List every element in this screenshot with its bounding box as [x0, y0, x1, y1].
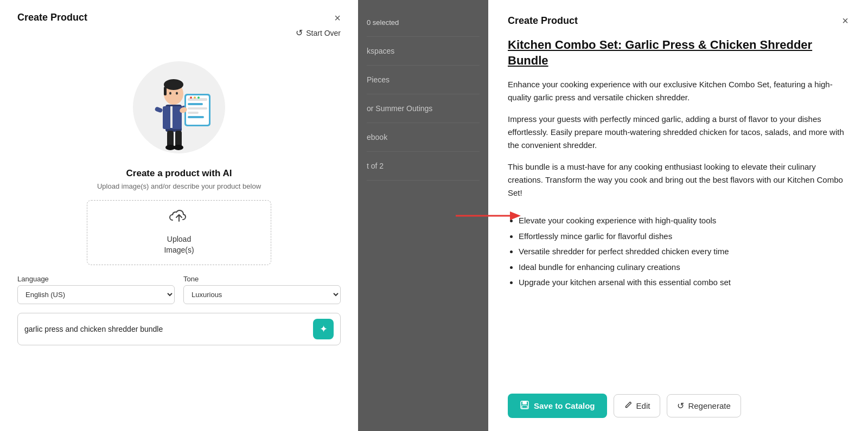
center-item-3[interactable]: or Summer Outings	[367, 94, 480, 123]
center-item-4[interactable]: ebook	[367, 123, 480, 152]
svg-point-25	[197, 97, 200, 99]
selects-row: Language English (US) Spanish French Ger…	[17, 275, 341, 304]
tone-group: Tone Luxurious Professional Casual Frien…	[183, 275, 341, 304]
svg-rect-4	[170, 106, 173, 128]
tone-select[interactable]: Luxurious Professional Casual Friendly	[183, 285, 341, 304]
bullet-5: Upgrade your kitchen arsenal with this e…	[519, 276, 848, 289]
product-description-input[interactable]	[24, 325, 309, 333]
magic-icon: ✦	[320, 323, 328, 335]
svg-rect-30	[522, 401, 527, 404]
svg-rect-10	[167, 131, 174, 147]
bullet-4: Ideal bundle for enhancing culinary crea…	[519, 261, 848, 274]
product-bullets-list: Elevate your cooking experience with hig…	[519, 215, 848, 289]
svg-rect-2	[163, 106, 170, 129]
bullet-1: Elevate your cooking experience with hig…	[519, 215, 848, 227]
regen-icon: ↺	[677, 401, 684, 411]
svg-rect-22	[188, 116, 204, 118]
tone-label: Tone	[183, 275, 341, 283]
left-close-button[interactable]: ×	[334, 12, 341, 23]
center-panel: 0 selected kspaces Pieces or Summer Outi…	[358, 0, 488, 431]
svg-point-6	[164, 79, 183, 90]
ai-title: Create a product with AI	[126, 168, 232, 179]
language-group: Language English (US) Spanish French Ger…	[17, 275, 175, 304]
left-modal-header: Create Product ×	[17, 12, 341, 23]
product-para-1: Enhance your cooking experience with our…	[508, 78, 848, 104]
action-row: Save to Catalog Edit ↺ Regenerate	[508, 385, 848, 418]
bullet-2: Effortlessly mince garlic for flavorful …	[519, 230, 848, 243]
edit-button[interactable]: Edit	[614, 394, 661, 417]
right-close-button[interactable]: ×	[842, 15, 848, 26]
right-modal: Create Product × Kitchen Combo Set: Garl…	[488, 0, 868, 431]
language-label: Language	[17, 275, 175, 283]
svg-rect-20	[188, 107, 207, 110]
svg-rect-11	[175, 131, 182, 147]
svg-point-24	[194, 97, 196, 99]
product-para-3: This bundle is a must-have for any cooki…	[508, 160, 848, 200]
svg-point-13	[174, 145, 183, 150]
bullet-3: Versatile shredder for perfect shredded …	[519, 246, 848, 258]
svg-rect-19	[188, 103, 203, 105]
page-wrapper: Create Product × ↺ Start Over	[0, 0, 868, 431]
save-icon	[520, 400, 529, 411]
edit-label: Edit	[636, 401, 650, 410]
center-selected: 0 selected	[367, 9, 480, 37]
language-select[interactable]: English (US) Spanish French German	[17, 285, 175, 304]
left-modal-title: Create Product	[17, 12, 87, 23]
svg-point-23	[190, 97, 192, 99]
start-over-icon: ↺	[296, 28, 303, 38]
svg-rect-31	[522, 406, 527, 408]
center-item-5[interactable]: t of 2	[367, 152, 480, 181]
product-description-input-row: ✦	[17, 313, 341, 345]
right-modal-title: Create Product	[508, 15, 578, 27]
edit-icon	[624, 401, 633, 411]
save-to-catalog-button[interactable]: Save to Catalog	[508, 394, 607, 418]
upload-icon	[169, 209, 189, 230]
red-arrow	[456, 208, 521, 224]
center-item-1[interactable]: kspaces	[367, 37, 480, 66]
svg-marker-28	[510, 211, 521, 220]
regenerate-button[interactable]: ↺ Regenerate	[667, 394, 741, 417]
center-item-2[interactable]: Pieces	[367, 66, 480, 94]
svg-point-8	[169, 92, 171, 95]
regen-label: Regenerate	[688, 401, 730, 410]
product-para-2: Impress your guests with perfectly mince…	[508, 113, 848, 152]
right-modal-header: Create Product ×	[508, 15, 848, 27]
start-over-button[interactable]: ↺ Start Over	[296, 28, 341, 38]
generate-button[interactable]: ✦	[313, 319, 334, 339]
upload-label: Upload Image(s)	[164, 234, 194, 255]
svg-point-9	[176, 92, 178, 95]
product-title: Kitchen Combo Set: Garlic Press & Chicke…	[508, 37, 848, 68]
save-label: Save to Catalog	[534, 401, 595, 410]
svg-rect-7	[164, 87, 167, 95]
upload-box[interactable]: Upload Image(s)	[87, 200, 271, 265]
start-over-label: Start Over	[306, 29, 341, 37]
ai-illustration	[119, 42, 239, 162]
ai-subtitle: Upload image(s) and/or describe your pro…	[97, 182, 261, 190]
svg-rect-21	[188, 112, 199, 114]
left-modal: Create Product × ↺ Start Over	[0, 0, 358, 431]
